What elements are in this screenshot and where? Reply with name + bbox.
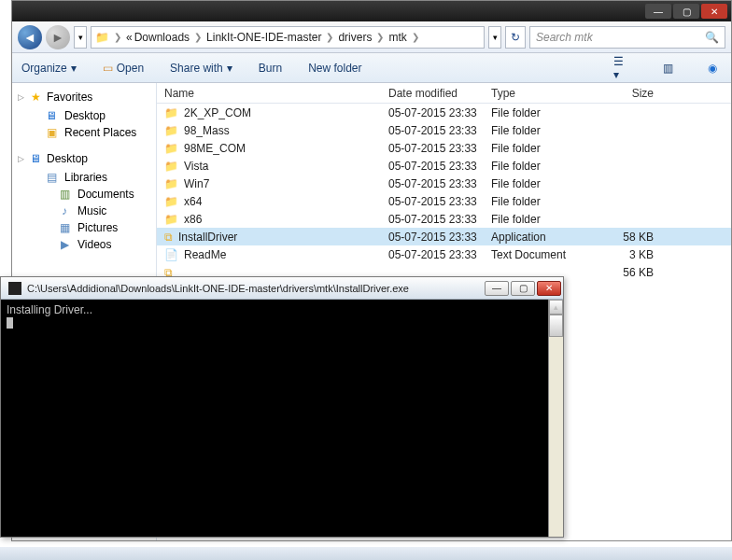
forward-button[interactable]: ► — [46, 25, 70, 49]
favorites-group[interactable]: ▷ ★ Favorites — [18, 91, 150, 104]
file-date: 05-07-2015 23:33 — [381, 177, 484, 190]
file-row[interactable]: 📄ReadMe05-07-2015 23:33Text Document3 KB — [157, 245, 731, 263]
col-type[interactable]: Type — [484, 87, 586, 100]
star-icon: ★ — [28, 91, 43, 104]
file-row[interactable]: 📁x8605-07-2015 23:33File folder — [157, 210, 731, 228]
minimize-button[interactable]: — — [645, 4, 671, 19]
new-folder-button[interactable]: New folder — [308, 62, 361, 75]
chevron-down-icon: ▾ — [71, 62, 77, 75]
breadcrumb-item[interactable]: mtk — [388, 31, 406, 44]
search-icon: 🔍 — [705, 31, 719, 44]
expand-icon: ▷ — [18, 154, 24, 163]
file-date: 05-07-2015 23:33 — [381, 213, 484, 226]
close-button[interactable]: ✕ — [701, 4, 727, 19]
col-name[interactable]: Name — [157, 87, 381, 100]
console-body[interactable]: Installing Driver... ▴ — [1, 300, 563, 537]
sidebar-item-music[interactable]: ♪Music — [18, 203, 150, 219]
toolbar: Organize ▾ ▭Open Share with ▾ Burn New f… — [12, 53, 731, 83]
organize-menu[interactable]: Organize ▾ — [21, 62, 77, 75]
sidebar-item-desktop[interactable]: 🖥Desktop — [18, 107, 150, 124]
breadcrumb[interactable]: 📁 ❯ « Downloads ❯ LinkIt-ONE-IDE-master … — [91, 26, 485, 49]
open-icon: ▭ — [103, 62, 113, 75]
folder-icon: 📁 — [164, 160, 178, 173]
sidebar-item-libraries[interactable]: ▤Libraries — [18, 169, 150, 186]
console-titlebar[interactable]: C:\Users\Addidional\Downloads\LinkIt-ONE… — [1, 277, 563, 300]
console-title: C:\Users\Addidional\Downloads\LinkIt-ONE… — [27, 283, 409, 294]
scroll-up-icon[interactable]: ▴ — [549, 300, 563, 315]
back-button[interactable]: ◄ — [18, 25, 42, 49]
history-dropdown[interactable]: ▾ — [74, 26, 87, 49]
file-row[interactable]: 📁98ME_COM05-07-2015 23:33File folder — [157, 139, 731, 157]
folder-icon: 📁 — [95, 31, 109, 44]
file-row[interactable]: ⧉InstallDriver05-07-2015 23:33Applicatio… — [157, 228, 731, 245]
music-icon: ♪ — [57, 204, 72, 217]
file-name: InstallDriver — [178, 231, 237, 244]
file-type: Application — [484, 231, 586, 244]
file-type: File folder — [484, 177, 586, 190]
sidebar-item-videos[interactable]: ▶Videos — [18, 236, 150, 253]
desktop-group[interactable]: ▷ 🖥 Desktop — [18, 152, 150, 165]
file-row[interactable]: 📁98_Mass05-07-2015 23:33File folder — [157, 121, 731, 139]
folder-icon: 📁 — [164, 142, 178, 155]
sidebar-item-pictures[interactable]: ▦Pictures — [18, 219, 150, 236]
recent-icon: ▣ — [44, 126, 59, 139]
file-row[interactable]: 📁Win705-07-2015 23:33File folder — [157, 175, 731, 192]
preview-pane-button[interactable]: ▥ — [658, 59, 677, 77]
file-type: File folder — [484, 160, 586, 173]
scroll-thumb[interactable] — [549, 315, 563, 337]
sidebar-item-recent[interactable]: ▣Recent Places — [18, 124, 150, 141]
file-date: 05-07-2015 23:33 — [381, 124, 484, 137]
titlebar: — ▢ ✕ — [12, 1, 731, 21]
chevron-down-icon: ▾ — [227, 62, 232, 75]
breadcrumb-item[interactable]: drivers — [338, 31, 372, 44]
console-minimize-button[interactable]: — — [485, 281, 509, 296]
col-date[interactable]: Date modified — [381, 87, 484, 100]
chevron-right-icon: ❯ — [412, 32, 419, 42]
taskbar[interactable] — [0, 547, 732, 560]
console-maximize-button[interactable]: ▢ — [511, 281, 535, 296]
pictures-icon: ▦ — [57, 221, 72, 234]
libraries-icon: ▤ — [44, 171, 59, 184]
file-row[interactable]: 📁x6405-07-2015 23:33File folder — [157, 192, 731, 210]
cursor — [7, 317, 13, 329]
videos-icon: ▶ — [57, 238, 72, 251]
breadcrumb-item[interactable]: LinkIt-ONE-IDE-master — [206, 31, 321, 44]
file-size: 56 KB — [586, 266, 661, 279]
column-headers: Name Date modified Type Size — [157, 83, 731, 104]
view-options-button[interactable]: ☰ ▾ — [613, 59, 632, 77]
file-date: 05-07-2015 23:33 — [381, 106, 484, 119]
col-size[interactable]: Size — [586, 87, 661, 100]
chevron-right-icon: ❯ — [114, 32, 121, 42]
file-date: 05-07-2015 23:33 — [381, 142, 484, 155]
burn-button[interactable]: Burn — [259, 62, 282, 75]
file-type: File folder — [484, 106, 586, 119]
search-input[interactable]: Search mtk 🔍 — [529, 26, 725, 49]
breadcrumb-item[interactable]: Downloads — [134, 31, 190, 44]
maximize-button[interactable]: ▢ — [673, 4, 699, 19]
open-button[interactable]: ▭Open — [103, 62, 144, 75]
chevron-right-icon: ❯ — [194, 32, 202, 42]
file-name: 98ME_COM — [184, 142, 246, 155]
console-close-button[interactable]: ✕ — [537, 281, 561, 296]
help-button[interactable]: ◉ — [703, 59, 722, 77]
chevron-right-icon: ❯ — [326, 32, 333, 42]
file-type: File folder — [484, 142, 586, 155]
file-size: 58 KB — [586, 231, 661, 244]
file-row[interactable]: 📁2K_XP_COM05-07-2015 23:33File folder — [157, 104, 731, 121]
share-menu[interactable]: Share with ▾ — [170, 62, 232, 75]
txt-icon: 📄 — [164, 248, 178, 261]
console-scrollbar[interactable]: ▴ — [548, 300, 563, 537]
sidebar-item-documents[interactable]: ▥Documents — [18, 186, 150, 203]
refresh-button[interactable]: ↻ — [505, 26, 526, 49]
address-bar: ◄ ► ▾ 📁 ❯ « Downloads ❯ LinkIt-ONE-IDE-m… — [12, 21, 731, 53]
file-row[interactable]: 📁Vista05-07-2015 23:33File folder — [157, 157, 731, 175]
file-date: 05-07-2015 23:33 — [381, 231, 484, 244]
file-name: Win7 — [184, 177, 209, 190]
expand-icon: ▷ — [18, 92, 24, 102]
folder-icon: 📁 — [164, 177, 178, 190]
chevron-right-icon: ❯ — [376, 32, 384, 42]
folder-icon: 📁 — [164, 213, 178, 226]
folder-icon: 📁 — [164, 124, 178, 137]
breadcrumb-dropdown[interactable]: ▾ — [488, 26, 501, 49]
documents-icon: ▥ — [57, 188, 72, 201]
